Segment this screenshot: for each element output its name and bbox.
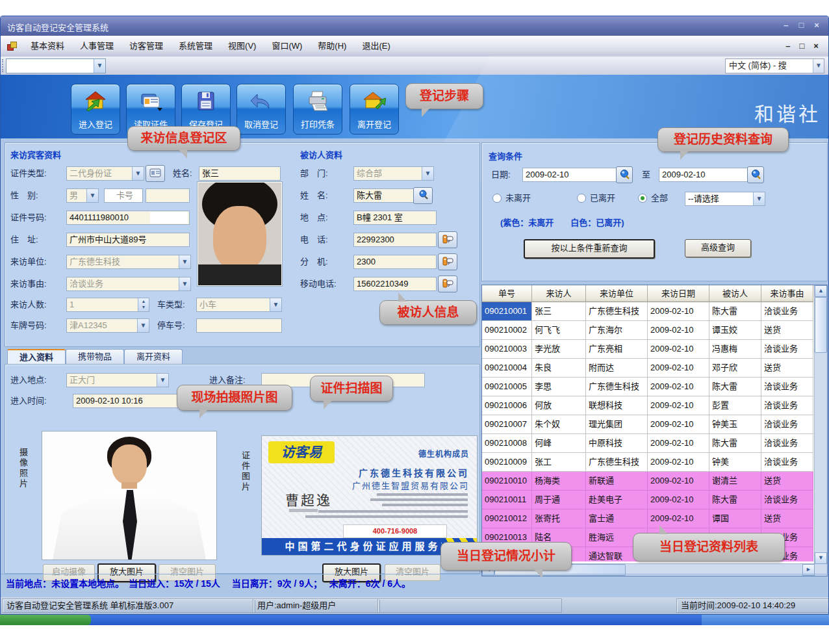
date-from-field[interactable]: 2009-02-10 — [522, 168, 617, 182]
table-cell[interactable]: 2009-02-10 — [648, 453, 709, 472]
table-cell[interactable]: 李光放 — [532, 340, 586, 359]
table-cell[interactable]: 洽谈业务 — [761, 453, 813, 472]
table-cell[interactable]: 陈大雷 — [709, 302, 761, 321]
column-header-5[interactable]: 来访事由 — [761, 285, 813, 302]
table-row-5[interactable]: 090210006何放联想科技2009-02-10彭置洽谈业务 — [482, 396, 813, 415]
enter-register-button[interactable]: 进入登记 — [71, 84, 120, 135]
table-cell[interactable]: 广东德生科技 — [586, 453, 648, 472]
column-header-2[interactable]: 来访单位 — [586, 285, 648, 302]
requery-button[interactable]: 按以上条件重新查询 — [524, 239, 655, 259]
table-cell[interactable]: 090210006 — [482, 396, 532, 415]
chevron-down-icon[interactable]: ▼ — [137, 319, 149, 332]
visit-reason-combo[interactable]: 洽谈业务▼ — [66, 277, 191, 291]
table-cell[interactable]: 090210009 — [482, 453, 532, 472]
table-cell[interactable]: 邓子欣 — [709, 359, 761, 378]
dial-ext-button[interactable] — [438, 253, 457, 270]
radio-not-left[interactable]: 未离开 — [492, 192, 531, 204]
table-row-0[interactable]: 090210001张三广东德生科技2009-02-10陈大雷洽谈业务 — [482, 302, 813, 321]
advanced-query-button[interactable]: 高级查询 — [685, 239, 751, 257]
table-cell[interactable]: 钟美玉 — [709, 415, 761, 434]
table-cell[interactable]: 谢清兰 — [709, 472, 761, 491]
chevron-down-icon[interactable]: ▼ — [753, 192, 765, 205]
menu-item-1[interactable]: 人事管理 — [72, 36, 121, 57]
table-cell[interactable]: 090210011 — [482, 491, 532, 509]
ext-field[interactable]: 2300 — [353, 255, 437, 269]
table-cell[interactable]: 洽谈业务 — [761, 396, 813, 415]
chevron-down-icon[interactable]: ▼ — [132, 167, 144, 180]
table-row-11[interactable]: 090210012张寄托富士通2009-02-10谭国送货 — [482, 509, 813, 528]
table-row-3[interactable]: 090210004朱良附而达2009-02-10邓子欣送货 — [482, 359, 813, 378]
menu-item-5[interactable]: 窗口(W) — [264, 36, 310, 57]
table-cell[interactable]: 洽谈业务 — [761, 491, 813, 509]
dial-phone-button[interactable] — [438, 231, 457, 248]
table-row-6[interactable]: 090210007朱个奴理光集团2009-02-10钟美玉洽谈业务 — [482, 415, 813, 434]
table-cell[interactable]: 2009-02-10 — [648, 340, 709, 359]
table-cell[interactable]: 090210003 — [482, 340, 532, 359]
table-cell[interactable]: 090210010 — [482, 472, 532, 491]
address-field[interactable]: 广州市中山大道89号 — [66, 233, 190, 247]
search-visited-button[interactable] — [413, 187, 433, 204]
mdi-restore-icon[interactable]: □ — [796, 36, 808, 57]
column-header-3[interactable]: 来访日期 — [648, 285, 709, 302]
table-cell[interactable]: 2009-02-10 — [648, 509, 709, 528]
card-no-field[interactable] — [146, 188, 190, 203]
mobile-field[interactable]: 15602210349 — [353, 277, 437, 291]
table-cell[interactable]: 2009-02-10 — [648, 302, 709, 321]
chevron-down-icon[interactable]: ▼ — [86, 189, 98, 202]
table-cell[interactable]: 广东德生科技 — [586, 302, 648, 321]
phone-field[interactable]: 22992300 — [353, 233, 437, 247]
dept-combo[interactable]: 综合部▼ — [353, 166, 434, 181]
visitor-name-field[interactable]: 张三 — [199, 166, 281, 181]
table-cell[interactable]: 李思 — [532, 378, 586, 396]
close-icon[interactable]: × — [810, 20, 823, 30]
table-cell[interactable]: 洽谈业务 — [761, 340, 813, 359]
table-cell[interactable]: 洽谈业务 — [761, 378, 813, 396]
table-cell[interactable]: 090210007 — [482, 415, 532, 434]
table-cell[interactable]: 2009-02-10 — [648, 321, 709, 340]
table-cell[interactable]: 中原科技 — [586, 434, 648, 453]
cert-type-combo[interactable]: 二代身份证▼ — [66, 166, 144, 181]
menu-item-4[interactable]: 视图(V) — [220, 36, 264, 57]
table-cell[interactable]: 彭置 — [709, 396, 761, 415]
table-row-9[interactable]: 090210010杨海类新联通2009-02-10谢清兰送货 — [482, 472, 813, 491]
location-field[interactable]: B幢 2301 室 — [353, 211, 437, 225]
table-cell[interactable]: 送货 — [761, 359, 813, 378]
table-cell[interactable]: 2009-02-10 — [648, 491, 709, 509]
table-cell[interactable]: 陈大雷 — [709, 491, 761, 509]
plate-no-combo[interactable]: 津A12345▼ — [66, 318, 149, 333]
chevron-down-icon[interactable]: ▼ — [179, 255, 190, 268]
minimize-icon[interactable]: – — [780, 20, 793, 30]
table-row-8[interactable]: 090210009张工广东德生科技2009-02-10钟美洽谈业务 — [482, 453, 813, 472]
visited-name-field[interactable]: 陈大雷 — [353, 188, 414, 203]
table-cell[interactable]: 2009-02-10 — [648, 434, 709, 453]
column-header-1[interactable]: 来访人 — [532, 285, 586, 302]
table-cell[interactable]: 洽谈业务 — [761, 302, 813, 321]
column-header-4[interactable]: 被访人 — [709, 285, 761, 302]
table-cell[interactable]: 陈大雷 — [709, 378, 761, 396]
tab-leave-info[interactable]: 离开资料 — [124, 349, 183, 365]
table-cell[interactable]: 附而达 — [586, 359, 648, 378]
table-cell[interactable]: 冯惠梅 — [709, 340, 761, 359]
status-select[interactable]: --请选择▼ — [685, 192, 765, 206]
table-cell[interactable]: 送货 — [761, 321, 813, 340]
radio-all[interactable]: 全部 — [638, 192, 668, 204]
entry-place-combo[interactable]: 正大门▼ — [66, 373, 169, 387]
table-cell[interactable]: 赴美电子 — [586, 491, 648, 509]
table-cell[interactable]: 090210002 — [482, 321, 532, 340]
table-cell[interactable]: 送货 — [761, 509, 813, 528]
leave-register-button[interactable]: 离开登记 — [350, 84, 399, 135]
table-cell[interactable]: 新联通 — [586, 472, 648, 491]
table-cell[interactable]: 090210004 — [482, 359, 532, 378]
menu-item-2[interactable]: 访客管理 — [121, 36, 171, 57]
table-cell[interactable]: 广东亮相 — [586, 340, 648, 359]
mdi-minimize-icon[interactable]: – — [782, 36, 794, 57]
start-button[interactable] — [0, 615, 91, 625]
tab-carried-items[interactable]: 携带物品 — [66, 349, 124, 365]
table-cell[interactable]: 广东海尔 — [586, 321, 648, 340]
table-cell[interactable]: 钟美 — [709, 453, 761, 472]
cancel-register-button[interactable]: 取消登记 — [236, 84, 286, 135]
table-cell[interactable]: 2009-02-10 — [648, 472, 709, 491]
table-row-4[interactable]: 090210005李思广东德生科技2009-02-10陈大雷洽谈业务 — [482, 378, 813, 396]
table-cell[interactable]: 陈大雷 — [709, 434, 761, 453]
vehicle-type-combo[interactable]: 小车▼ — [196, 298, 282, 312]
